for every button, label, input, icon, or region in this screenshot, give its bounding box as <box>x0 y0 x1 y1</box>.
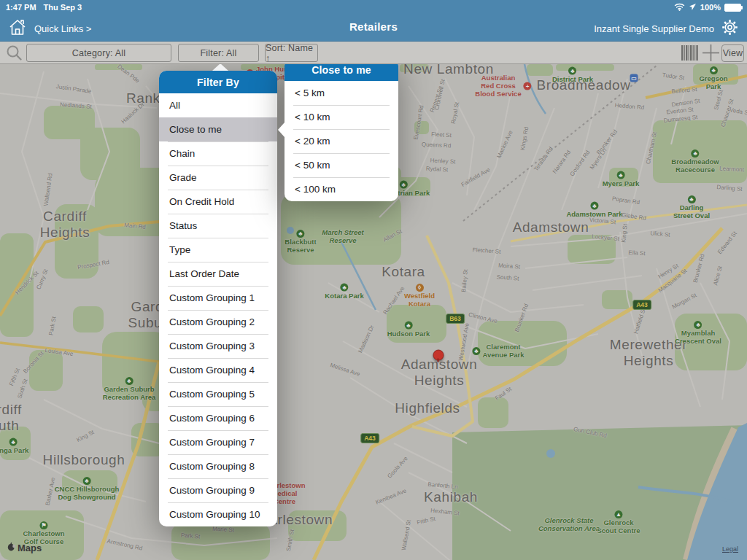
filter-option-custom-grouping-3[interactable]: Custom Grouping 3 <box>159 334 277 358</box>
filter-option-all[interactable]: All <box>159 93 277 117</box>
street-label-learmont: Learmont <box>719 166 744 174</box>
filter-options-list: AllClose to meChainGradeOn Credit HoldSt… <box>159 93 277 526</box>
distance-option--20-km[interactable]: < 20 km <box>285 129 398 153</box>
filter-button[interactable]: Filter: All <box>178 44 259 62</box>
street-label-mackie-ave: Mackie Ave <box>495 130 514 160</box>
street-label-nedlands-st: Nedlands St <box>60 101 92 110</box>
distance-option--50-km[interactable]: < 50 km <box>285 153 398 177</box>
poi-label-text: Gregson Park <box>697 75 730 91</box>
account-name: Inzant Single Supplier Demo <box>594 23 714 34</box>
street-label-teralba-rd: Teralba Rd <box>533 146 554 173</box>
locality-label-hillsborough: Hillsborough <box>43 452 125 468</box>
date: Thu Sep 3 <box>44 3 82 12</box>
scout-icon: ▲ <box>615 510 623 518</box>
street-label-king-st: King St <box>620 224 628 243</box>
legal-link[interactable]: Legal <box>722 545 738 553</box>
street-label-lockyer-st: Lockyer St <box>592 233 619 242</box>
street-label-melissa-ave: Melissa Ave <box>329 362 360 378</box>
street-label-park-st: Park St <box>47 316 57 335</box>
street-label-allan-st: Allan St <box>382 228 403 244</box>
street-label-smith-st: Smith St <box>285 529 295 551</box>
route-shield-a43: A43 <box>632 300 651 310</box>
street-label-fletcher-st: Fletcher St <box>472 246 500 255</box>
street-label-morgan-st: Morgan St <box>671 292 698 310</box>
tree-icon: ♣ <box>9 438 18 446</box>
filter-option-status[interactable]: Status <box>159 214 277 238</box>
street-label-kings-rd: Kings Rd <box>519 126 530 151</box>
street-label-fifth-st: Fifth St <box>8 368 21 387</box>
filter-option-custom-grouping-9[interactable]: Custom Grouping 9 <box>159 478 277 502</box>
wifi-icon <box>674 3 685 12</box>
tree-icon: ♣ <box>125 377 133 385</box>
poi-label-text: inga Park <box>0 447 28 455</box>
poi-label-hudson-park: ♣Hudson Park <box>387 322 430 338</box>
street-label-glebe-rd: Glebe Rd <box>622 211 647 222</box>
street-label-sixth-st: Sixth St <box>16 378 28 399</box>
poi-label-blackbutt-reserve: ♣Blackbutt Reserve <box>285 230 316 254</box>
filter-option-last-order-date[interactable]: Last Order Date <box>159 262 277 286</box>
street-label-hendrick-st: Hendrick St <box>14 270 40 296</box>
street-label-veda-st: Veda St <box>729 106 747 117</box>
map-pin[interactable] <box>433 350 444 361</box>
street-label-hatfield-st: Hatfield St <box>632 307 647 335</box>
filter-option-custom-grouping-1[interactable]: Custom Grouping 1 <box>159 286 277 310</box>
filter-option-custom-grouping-2[interactable]: Custom Grouping 2 <box>159 310 277 334</box>
filter-option-custom-grouping-10[interactable]: Custom Grouping 10 <box>159 502 277 526</box>
filter-option-on-credit-hold[interactable]: On Credit Hold <box>159 190 277 214</box>
poi-label-glenrock-scout-centre: ▲Glenrock Scout Centre <box>597 510 640 535</box>
tree-icon: ♣ <box>687 195 695 203</box>
distance-option--5-km[interactable]: < 5 km <box>285 81 398 105</box>
search-icon[interactable] <box>6 44 23 64</box>
street-label-rachael-ave: Rachael Ave <box>382 285 406 316</box>
street-label-gun-club-rd: Gun Club Rd <box>573 426 607 439</box>
apple-logo-icon <box>7 542 15 553</box>
street-label-brunker-rd: Brunker Rd <box>692 253 705 283</box>
view-button[interactable]: View <box>721 44 744 62</box>
distance-popover: Close to me < 5 km< 10 km< 20 km< 50 km<… <box>285 58 398 201</box>
poi-label-claremont-avenue-park: ♣Claremont Avenue Park <box>472 343 524 359</box>
route-shield-a43: A43 <box>360 433 379 443</box>
filter-option-close-to-me[interactable]: Close to me <box>159 117 277 141</box>
distance-option--100-km[interactable]: < 100 km <box>285 177 398 201</box>
tree-icon: ♣ <box>568 67 576 75</box>
filter-option-custom-grouping-6[interactable]: Custom Grouping 6 <box>159 406 277 430</box>
sort-button[interactable]: Sort: Name ↑ <box>265 44 318 62</box>
street-label-gosford-rd: Gosford Rd <box>569 149 592 178</box>
poi-label-garden-suburb-recreation-area: ♣Garden Suburb Recreation Area <box>103 377 156 402</box>
category-filter-button[interactable]: Category: All <box>26 44 171 62</box>
street-label-henley-st: Henley St <box>430 158 455 166</box>
poi-label-westfield-kotara: ◊Westfield Kotara <box>404 284 435 308</box>
settings-gear-icon[interactable] <box>720 18 740 39</box>
filter-option-grade[interactable]: Grade <box>159 166 277 190</box>
cross-icon: + <box>524 82 532 90</box>
poi-label-myers-park: ♣Myers Park <box>603 171 640 188</box>
street-label-fairfield-ave: Fairfield Ave <box>460 166 491 188</box>
filter-option-chain[interactable]: Chain <box>159 141 277 166</box>
filter-option-type[interactable]: Type <box>159 238 277 262</box>
poi-label-kotara-park: ♣Kotara Park <box>325 284 363 300</box>
locality-label-cardiff-heights: Cardiff Heights <box>40 209 90 241</box>
tree-icon: ♣ <box>404 322 412 330</box>
distance-option--10-km[interactable]: < 10 km <box>285 105 398 129</box>
filter-option-custom-grouping-7[interactable]: Custom Grouping 7 <box>159 430 277 454</box>
add-retailer-icon[interactable] <box>702 44 720 65</box>
distance-options-list: < 5 km< 10 km< 20 km< 50 km< 100 km <box>285 81 398 201</box>
poi-label-text: Darling Street Oval <box>673 204 710 220</box>
tree-icon: ♣ <box>296 230 304 238</box>
street-label-bailey-st: Bailey St <box>460 269 469 292</box>
tree-icon: ♣ <box>472 348 480 356</box>
street-label-louisa-ave: Louisa Ave <box>44 347 74 357</box>
street-label-clinton-ave: Clinton Ave <box>468 311 498 324</box>
filter-option-custom-grouping-4[interactable]: Custom Grouping 4 <box>159 358 277 382</box>
filter-option-custom-grouping-8[interactable]: Custom Grouping 8 <box>159 454 277 478</box>
poi-label-darling-street-oval: ♣Darling Street Oval <box>673 195 710 220</box>
maps-attribution: Maps <box>7 542 42 553</box>
barcode-icon[interactable] <box>681 45 700 63</box>
street-label-darling-st: Darling St <box>716 184 743 192</box>
filter-option-custom-grouping-5[interactable]: Custom Grouping 5 <box>159 382 277 406</box>
street-label-alice-st: Alice St <box>712 265 724 287</box>
poi-label-bus: ▭ <box>630 74 638 82</box>
poi-label-text: Glenrock Scout Centre <box>597 519 640 535</box>
poi-label-text: District Park <box>552 76 593 84</box>
street-label-king-st: King St <box>75 429 95 443</box>
